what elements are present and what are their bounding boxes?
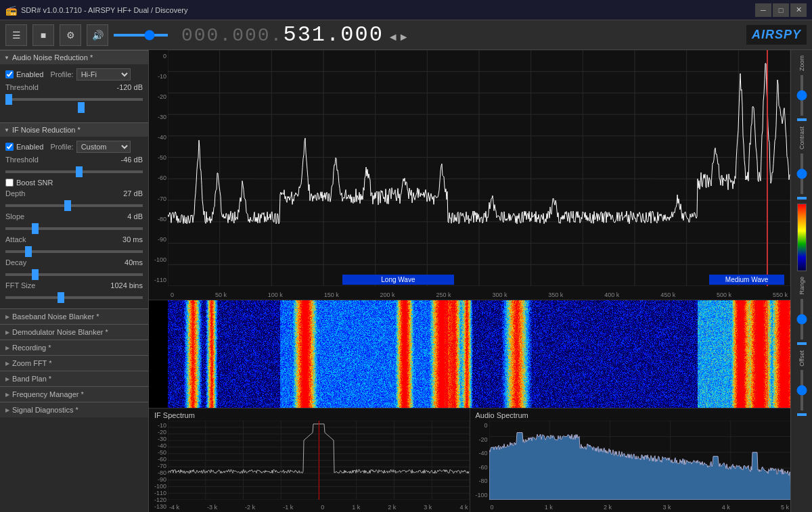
sd-label: Signal Diagnostics * (12, 406, 78, 414)
settings-button[interactable]: ⚙ (60, 24, 81, 46)
ifnr-depth-row: Depth 27 dB (5, 189, 143, 197)
spectrum-canvas (168, 50, 790, 286)
ifnr-profile-select[interactable]: Hi-FiCustomVoice (76, 141, 131, 153)
zfft-arrow-icon: ▶ (5, 360, 9, 367)
dnb-arrow-icon: ▶ (5, 329, 9, 335)
ifnr-threshold-slider-container (5, 166, 143, 174)
ifnr-enabled-checkbox[interactable] (5, 143, 14, 151)
maximize-button[interactable]: □ (773, 3, 789, 17)
ifnr-depth-label: Depth (5, 189, 39, 197)
if-spectrum-marker (319, 421, 319, 500)
ifnr-slope-value: 4 dB (127, 212, 143, 220)
ifnr-title: IF Noise Reduction * (12, 126, 81, 134)
range-slider[interactable] (800, 299, 803, 340)
recording-section[interactable]: ▶ Recording * (0, 340, 148, 355)
anr-threshold-value: -120 dB (116, 83, 143, 91)
if-noise-reduction-header[interactable]: ▼ IF Noise Reduction * (0, 122, 148, 137)
anr-profile-label: Profile: (50, 70, 73, 78)
anr-title: Audio Noise Reduction * (12, 53, 93, 62)
stop-button[interactable]: ■ (32, 24, 54, 46)
ifnr-fftsize-label: FFT Size (5, 281, 39, 289)
offset-slider[interactable] (800, 370, 803, 411)
zoom-slider[interactable] (800, 75, 803, 116)
ifnr-threshold-value: -46 dB (121, 156, 143, 164)
offset-label: Offset (798, 350, 805, 367)
ifnr-decay-slider[interactable] (5, 273, 143, 276)
ifnr-threshold-slider[interactable] (5, 170, 143, 173)
ifnr-depth-slider[interactable] (5, 204, 143, 207)
colorbar (797, 204, 807, 271)
zoom-slider-indicator (797, 118, 807, 121)
right-content: 0 -10 -20 -30 -40 -50 -60 -70 -80 -90 -1… (149, 50, 812, 512)
ifnr-enabled-label[interactable]: Enabled (5, 143, 43, 151)
ifnr-boost-checkbox[interactable] (5, 179, 14, 187)
app-icon: 📻 (5, 5, 17, 16)
band-plan-section[interactable]: ▶ Band Plan * (0, 371, 148, 386)
ifnr-attack-slider-container (5, 246, 143, 254)
ifnr-attack-label: Attack (5, 235, 39, 243)
anr-threshold-slider[interactable] (5, 98, 143, 101)
menu-button[interactable]: ☰ (5, 24, 27, 46)
right-controls-panel: Zoom Contrast Range Offset (790, 50, 812, 512)
anr-threshold-label: Threshold (5, 83, 39, 91)
audio-spectrum-panel: Audio Spectrum 0 -20 -40 -60 -80 -100 0 (470, 409, 791, 512)
contrast-slider[interactable] (800, 154, 803, 194)
ifnr-fftsize-slider[interactable] (5, 296, 143, 299)
dnb-label: Demodulator Noise Blanker * (12, 328, 108, 336)
anr-enabled-label[interactable]: Enabled (5, 70, 43, 78)
frequency-manager-section[interactable]: ▶ Frequency Manager * (0, 386, 148, 402)
anr-profile-select[interactable]: Hi-FiCustomVoice (76, 68, 131, 80)
minimize-button[interactable]: ─ (755, 3, 771, 17)
spectrum-x-labels: 0 50 k 100 k 150 k 200 k 250 k 300 k 350… (168, 292, 790, 298)
audio-spectrum-title: Audio Spectrum (476, 411, 528, 419)
displays-column: 0 -10 -20 -30 -40 -50 -60 -70 -80 -90 -1… (149, 50, 790, 512)
ifnr-slope-label: Slope (5, 212, 39, 220)
titlebar: 📻 SDR# v1.0.0.1710 - AIRSPY HF+ Dual / D… (0, 0, 812, 20)
audio-spectrum-canvas (489, 421, 791, 500)
window-controls: ─ □ ✕ (755, 3, 807, 17)
ifnr-threshold-label: Threshold (5, 156, 39, 164)
ifnr-fftsize-row: FFT Size 1024 bins (5, 281, 143, 289)
ifnr-arrow-icon: ▼ (4, 127, 9, 133)
bp-arrow-icon: ▶ (5, 376, 9, 382)
spectrum-y-labels: 0 -10 -20 -30 -40 -50 -60 -70 -80 -90 -1… (149, 50, 168, 286)
demodulator-noise-blanker-section[interactable]: ▶ Demodulator Noise Blanker * (0, 324, 148, 340)
band-mw-label: Medium Wave (709, 275, 784, 285)
ifnr-decay-slider-container (5, 269, 143, 277)
signal-diagnostics-section[interactable]: ▶ Signal Diagnostics * (0, 402, 148, 417)
main-spectrum-panel: 0 -10 -20 -30 -40 -50 -60 -70 -80 -90 -1… (149, 50, 790, 300)
audio-noise-reduction-body: Enabled Profile: Hi-FiCustomVoice Thresh… (0, 64, 148, 122)
ifnr-attack-row: Attack 30 ms (5, 235, 143, 243)
if-x-labels: -4 k -3 k -2 k -1 k 0 1 k 2 k 3 k 4 k (168, 504, 470, 511)
baseband-noise-blanker-section[interactable]: ▶ Baseband Noise Blanker * (0, 308, 148, 324)
display-area: 0 -10 -20 -30 -40 -50 -60 -70 -80 -90 -1… (149, 50, 812, 512)
anr-enabled-row: Enabled Profile: Hi-FiCustomVoice (5, 68, 143, 80)
volume-slider[interactable] (114, 34, 168, 37)
bbn-arrow-icon: ▶ (5, 314, 9, 320)
freq-arrows[interactable]: ◄► (388, 31, 409, 43)
airspy-logo: AIRSPY (746, 25, 807, 45)
ifnr-attack-slider[interactable] (5, 250, 143, 253)
band-lw-label: Long Wave (342, 275, 455, 285)
ifnr-slope-row: Slope 4 dB (5, 212, 143, 220)
zfft-label: Zoom FFT * (12, 359, 51, 367)
if-y-labels: -10 -20 -30 -40 -50 -60 -70 -80 -90 -100… (149, 421, 168, 500)
ifnr-fftsize-slider-container (5, 292, 143, 300)
ifnr-enabled-row: Enabled Profile: Hi-FiCustomVoice (5, 141, 143, 153)
ifnr-boost-label[interactable]: Boost SNR (5, 179, 53, 187)
zoom-fft-section[interactable]: ▶ Zoom FFT * (0, 355, 148, 371)
anr-enabled-checkbox[interactable] (5, 70, 14, 78)
if-noise-reduction-body: Enabled Profile: Hi-FiCustomVoice Thresh… (0, 137, 148, 308)
waterfall-canvas (168, 300, 790, 408)
ifnr-fftsize-value: 1024 bins (110, 281, 143, 289)
audio-button[interactable]: 🔊 (87, 24, 108, 46)
anr-arrow-icon: ▼ (4, 55, 9, 61)
bottom-panels: IF Spectrum -10 -20 -30 -40 -50 -60 -70 (149, 409, 790, 512)
rec-label: Recording * (12, 344, 51, 352)
range-indicator (797, 342, 807, 345)
audio-noise-reduction-header[interactable]: ▼ Audio Noise Reduction * (0, 50, 148, 64)
contrast-indicator (797, 197, 807, 200)
close-button[interactable]: ✕ (790, 3, 807, 17)
ifnr-slope-slider[interactable] (5, 227, 143, 230)
ifnr-profile-label: Profile: (50, 143, 73, 151)
